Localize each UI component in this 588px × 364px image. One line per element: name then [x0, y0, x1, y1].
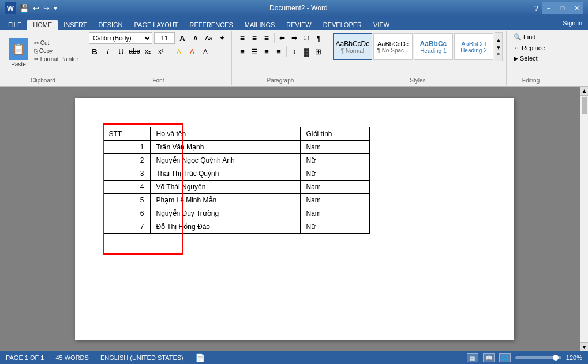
styles-group: AaBbCcDc ¶ Normal AaBbCcDc ¶ No Spac... … — [329, 31, 507, 85]
editing-label: Editing — [508, 77, 554, 84]
show-hide-button[interactable]: ¶ — [313, 32, 324, 44]
align-left-button[interactable]: ≡ — [237, 46, 248, 57]
maximize-button[interactable]: □ — [556, 2, 570, 14]
read-mode-view[interactable]: 📖 — [483, 353, 495, 362]
copy-button[interactable]: ⎘ Copy — [32, 47, 80, 55]
scroll-thumb[interactable] — [582, 97, 587, 114]
tab-mailings[interactable]: MAILINGS — [239, 20, 281, 30]
table-row: 3Thái Thị Trúc QuỳnhNữ — [104, 167, 369, 181]
scroll-down-arrow[interactable]: ▼ — [580, 342, 589, 351]
cell-gender-1: Nữ — [300, 154, 369, 167]
zoom-level: 120% — [566, 354, 582, 361]
cell-stt-5: 6 — [104, 207, 150, 220]
bullets-button[interactable]: ≡ — [237, 32, 248, 44]
align-center-button[interactable]: ☰ — [249, 46, 260, 57]
shading-button[interactable]: A — [200, 46, 211, 57]
cell-stt-2: 3 — [104, 167, 150, 181]
language: ENGLISH (UNITED STATES) — [100, 354, 183, 361]
paste-button[interactable]: 📋 Paste — [6, 38, 31, 70]
table-row: 4Võ Thái NguyênNam — [104, 181, 369, 194]
tab-design[interactable]: DESIGN — [92, 20, 128, 30]
cut-button[interactable]: ✂ Cut — [32, 39, 80, 47]
undo-button[interactable]: ↩ — [32, 4, 40, 13]
font-grow-button[interactable]: A — [177, 32, 188, 44]
zoom-slider-container[interactable] — [515, 356, 561, 359]
redo-button[interactable]: ↪ — [42, 4, 51, 13]
cell-gender-3: Nam — [300, 181, 369, 194]
style-normal[interactable]: AaBbCcDc ¶ Normal — [333, 33, 372, 60]
tab-insert[interactable]: INSERT — [58, 20, 92, 30]
clear-formatting-button[interactable]: ✦ — [216, 32, 228, 44]
cell-stt-3: 4 — [104, 181, 150, 194]
italic-button[interactable]: I — [102, 46, 114, 57]
styles-scroll[interactable]: ▲ ▼ ≡ — [495, 32, 503, 61]
cell-name-1: Nguyễn Ngọc Quỳnh Anh — [150, 154, 300, 167]
word-count: 45 WORDS — [55, 354, 88, 361]
tab-home[interactable]: HOME — [27, 20, 58, 30]
editing-group: 🔍 Find ↔ Replace ▶ Select Editing — [508, 31, 554, 85]
font-family-select[interactable]: Calibri (Body) — [89, 32, 152, 44]
align-right-button[interactable]: ≡ — [261, 46, 272, 57]
cell-name-6: Đỗ Thị Hồng Đào — [150, 220, 300, 234]
styles-label: Styles — [329, 77, 506, 84]
style-heading1[interactable]: AaBbCc Heading 1 — [414, 33, 453, 60]
style-heading2[interactable]: AaBbCcI Heading 2 — [454, 33, 493, 60]
format-painter-button[interactable]: ✏ Format Painter — [32, 55, 80, 63]
document-page[interactable]: STT Họ và tên Giới tính 1Trần Văn MạnhNa… — [75, 98, 514, 340]
find-button[interactable]: 🔍 Find — [511, 32, 547, 42]
tab-developer[interactable]: DEVELOPER — [317, 20, 368, 30]
bold-button[interactable]: B — [89, 46, 100, 57]
style-no-spacing[interactable]: AaBbCcDc ¶ No Spac... — [373, 33, 413, 60]
para-shading-button[interactable]: ▓ — [301, 46, 312, 57]
font-size-input[interactable] — [154, 32, 175, 44]
web-layout-view[interactable]: 🌐 — [499, 353, 511, 362]
clipboard-group: 📋 Paste ✂ Cut ⎘ Copy ✏ Format Painter Cl… — [2, 31, 84, 85]
font-color-button[interactable]: A — [186, 46, 198, 57]
select-button[interactable]: ▶ Select — [511, 54, 547, 63]
status-bar-icon[interactable]: 📄 — [195, 353, 205, 362]
multilevel-list-button[interactable]: ≡ — [261, 32, 272, 44]
borders-button[interactable]: ⊞ — [313, 46, 324, 57]
cell-gender-5: Nam — [300, 207, 369, 220]
strikethrough-button[interactable]: abc — [129, 46, 140, 57]
paragraph-group: ≡ ≡ ≡ ⬅ ➡ ↕↑ ¶ ≡ ☰ ≡ ≡ ↕ ▓ ⊞ Paragraph — [233, 31, 328, 85]
font-shrink-button[interactable]: A — [190, 32, 201, 44]
text-highlight-button[interactable]: A — [173, 46, 185, 57]
tab-page-layout[interactable]: PAGE LAYOUT — [129, 20, 184, 30]
close-button[interactable]: ✕ — [570, 2, 583, 14]
font-case-button[interactable]: Aa — [203, 32, 215, 44]
line-spacing-button[interactable]: ↕ — [289, 46, 300, 57]
print-layout-view[interactable]: ▦ — [467, 353, 478, 362]
tab-references[interactable]: REFERENCES — [184, 20, 239, 30]
table-row: 5Phạm Lê Minh MẫnNam — [104, 194, 369, 207]
cell-name-0: Trần Văn Mạnh — [150, 141, 300, 154]
customize-qa[interactable]: ▼ — [53, 5, 58, 12]
clipboard-label: Clipboard — [2, 77, 84, 84]
tab-file[interactable]: FILE — [2, 20, 27, 30]
word-app-icon: W — [5, 2, 16, 14]
scroll-up-arrow[interactable]: ▲ — [580, 87, 589, 96]
minimize-button[interactable]: − — [542, 2, 556, 14]
replace-button[interactable]: ↔ Replace — [511, 43, 547, 52]
tab-view[interactable]: VIEW — [368, 20, 395, 30]
vertical-scrollbar[interactable]: ▲ ▼ — [580, 87, 588, 351]
save-button[interactable]: 💾 — [18, 4, 30, 13]
subscript-button[interactable]: x₂ — [142, 46, 153, 57]
cell-name-3: Võ Thái Nguyên — [150, 181, 300, 194]
font-label: Font — [85, 77, 231, 84]
cell-stt-1: 2 — [104, 154, 150, 167]
increase-indent-button[interactable]: ➡ — [289, 32, 300, 44]
justify-button[interactable]: ≡ — [273, 46, 284, 57]
superscript-button[interactable]: x² — [155, 46, 167, 57]
help-button[interactable]: ? — [534, 4, 538, 13]
table-row: 1Trần Văn MạnhNam — [104, 141, 369, 154]
tab-review[interactable]: REVIEW — [280, 20, 317, 30]
cell-gender-0: Nam — [300, 141, 369, 154]
underline-button[interactable]: U — [115, 46, 127, 57]
cell-gender-6: Nữ — [300, 220, 369, 234]
sort-button[interactable]: ↕↑ — [301, 32, 312, 44]
decrease-indent-button[interactable]: ⬅ — [276, 32, 288, 44]
sign-in[interactable]: Sign in — [557, 18, 588, 28]
numbering-button[interactable]: ≡ — [249, 32, 260, 44]
cell-name-5: Nguyễn Duy Trường — [150, 207, 300, 220]
